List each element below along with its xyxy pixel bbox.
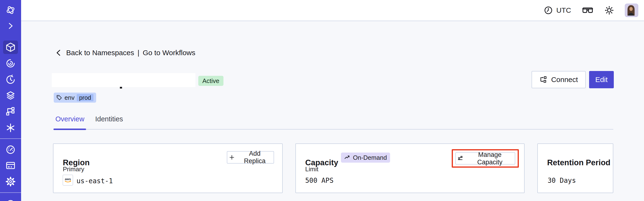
region-value: us-east-1 <box>76 177 113 185</box>
bottom-partial-circle-icon <box>5 198 16 201</box>
sidebar-divider <box>0 138 21 139</box>
clock-icon <box>544 6 553 15</box>
sidebar-divider <box>0 192 21 193</box>
namespaces-cube-icon <box>5 42 16 52</box>
add-replica-label: Add Replica <box>237 150 272 165</box>
status-badge: Active <box>198 76 224 86</box>
on-demand-badge-label: On-Demand <box>353 154 387 162</box>
connect-button[interactable]: Connect <box>532 71 586 88</box>
namespace-actions: Connect Edit <box>532 71 614 88</box>
sidebar-item-schedules[interactable] <box>0 73 21 86</box>
usage-gauge-icon <box>5 144 16 155</box>
trending-up-icon <box>344 154 351 161</box>
limit-label: Limit <box>305 166 318 173</box>
billing-card-icon <box>5 160 16 171</box>
manage-capacity-label: Manage Capacity <box>466 151 513 166</box>
timezone-selector[interactable]: UTC <box>544 6 571 15</box>
active-tab-underline <box>54 128 86 130</box>
schedules-clock-icon <box>5 74 16 85</box>
header-actions: UTC <box>544 0 638 21</box>
user-avatar[interactable] <box>625 4 638 17</box>
connect-button-label: Connect <box>551 76 578 84</box>
sidebar-item-usage[interactable] <box>0 143 21 156</box>
theme-sun-icon[interactable] <box>604 5 614 15</box>
redaction-artifact-dot <box>120 87 122 88</box>
tag-value: prod <box>77 94 94 101</box>
retention-card: Retention Period 30 Days <box>537 144 613 193</box>
retention-value: 30 Days <box>548 176 576 184</box>
workflows-branch-icon <box>5 106 16 116</box>
tag-icon <box>56 94 62 101</box>
capacity-value: 500 APS <box>305 176 334 184</box>
deployments-layers-icon <box>5 90 16 101</box>
sidebar <box>0 0 21 201</box>
main-content: Back to Namespaces | Go to Workflows Act… <box>21 22 644 201</box>
nexus-spiral-icon <box>5 58 16 68</box>
sliders-icon <box>457 155 464 162</box>
plus-icon <box>229 154 235 160</box>
sidebar-item-settings[interactable] <box>0 175 21 188</box>
sidebar-item-deployments[interactable] <box>0 89 21 102</box>
connect-flow-icon <box>540 76 548 84</box>
primary-label: Primary <box>63 166 84 173</box>
sidebar-item-workflows[interactable] <box>0 104 21 118</box>
breadcrumb-separator: | <box>138 49 139 57</box>
timezone-label: UTC <box>556 6 571 14</box>
temporal-logo-icon[interactable] <box>0 3 21 17</box>
batch-asterisk-icon <box>5 122 16 133</box>
namespace-title-redaction <box>52 73 196 87</box>
top-header: UTC <box>21 0 644 21</box>
namespace-tag-chip[interactable]: env prod <box>54 92 96 103</box>
sidebar-item-nexus[interactable] <box>0 56 21 70</box>
capacity-card: Capacity On-Demand Limit 500 APS <box>296 144 524 193</box>
tag-key: env <box>64 94 74 102</box>
settings-gear-icon <box>5 176 16 187</box>
retention-card-title: Retention Period <box>547 158 610 167</box>
aws-logo-text: aws <box>65 177 71 181</box>
aws-provider-badge: aws <box>62 174 73 186</box>
sidebar-item-help[interactable] <box>0 197 21 201</box>
app-root: UTC <box>0 0 644 201</box>
go-to-workflows-link[interactable]: Go to Workflows <box>143 49 196 57</box>
edit-button-label: Edit <box>595 76 608 84</box>
glasses-icon[interactable] <box>582 6 594 15</box>
tabs-baseline <box>54 129 613 130</box>
on-demand-badge: On-Demand <box>341 152 390 162</box>
sidebar-item-namespaces[interactable] <box>3 40 18 54</box>
region-card: Region Add Replica Primary aws us-east-1 <box>53 144 283 193</box>
sidebar-item-batch[interactable] <box>0 121 21 134</box>
back-to-namespaces-link[interactable]: Back to Namespaces <box>66 49 134 57</box>
edit-button[interactable]: Edit <box>589 71 614 88</box>
sidebar-item-billing[interactable] <box>0 159 21 172</box>
tab-overview[interactable]: Overview <box>56 115 84 123</box>
manage-capacity-button[interactable]: Manage Capacity <box>455 152 515 164</box>
chevron-left-icon[interactable] <box>55 49 63 57</box>
breadcrumb: Back to Namespaces | Go to Workflows <box>55 49 196 57</box>
expand-chevron-icon[interactable] <box>0 19 21 32</box>
add-replica-button[interactable]: Add Replica <box>227 151 274 164</box>
tab-identities[interactable]: Identities <box>95 115 123 123</box>
